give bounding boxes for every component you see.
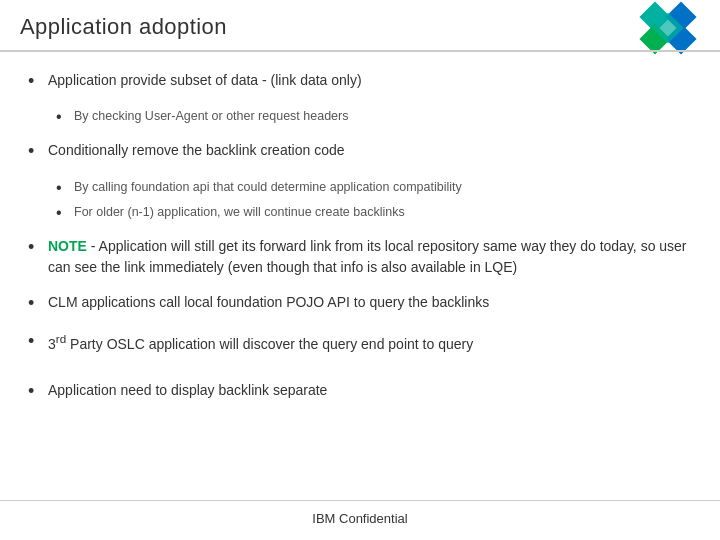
superscript: rd — [56, 332, 66, 345]
bullet-text-4: CLM applications call local foundation P… — [48, 292, 489, 313]
bullet-icon: • — [28, 236, 44, 259]
sub-bullet-text-2-2: For older (n-1) application, we will con… — [74, 203, 405, 221]
text-suffix: Party OSLC application will discover the… — [66, 335, 473, 351]
sub-bullet-icon: • — [56, 178, 70, 199]
bullet-text-6: Application need to display backlink sep… — [48, 380, 327, 401]
list-item: • Application need to display backlink s… — [28, 380, 692, 403]
sub-bullet-icon: • — [56, 107, 70, 128]
bullet-text-3: NOTE - Application will still get its fo… — [48, 236, 692, 278]
bullet-icon: • — [28, 330, 44, 353]
note-label: NOTE — [48, 238, 87, 254]
bullet-group-3: • NOTE - Application will still get its … — [28, 236, 692, 278]
list-item: • Conditionally remove the backlink crea… — [28, 140, 692, 163]
sub-bullet-icon: • — [56, 203, 70, 224]
list-item: • NOTE - Application will still get its … — [28, 236, 692, 278]
bullet-group-5: • 3rd Party OSLC application will discov… — [28, 330, 692, 355]
page-title: Application adoption — [20, 14, 700, 40]
sub-bullet-text-1-1: By checking User-Agent or other request … — [74, 107, 348, 125]
bullet-icon: • — [28, 292, 44, 315]
slide-footer: IBM Confidential — [0, 500, 720, 526]
content-area: • Application provide subset of data - (… — [0, 52, 720, 428]
list-item: • For older (n-1) application, we will c… — [56, 203, 692, 224]
list-item: • CLM applications call local foundation… — [28, 292, 692, 315]
bullet-icon: • — [28, 140, 44, 163]
list-item: • By calling foundation api that could d… — [56, 178, 692, 199]
bullet-text-1: Application provide subset of data - (li… — [48, 70, 362, 91]
slide: Application adoption • Application provi… — [0, 0, 720, 540]
bullet-text-5: 3rd Party OSLC application will discover… — [48, 330, 473, 355]
list-item: • Application provide subset of data - (… — [28, 70, 692, 93]
spacer — [28, 368, 692, 380]
note-text: Application will still get its forward l… — [48, 238, 687, 275]
bullet-group-6: • Application need to display backlink s… — [28, 380, 692, 403]
bullet-icon: • — [28, 70, 44, 93]
bullet-group-2: • Conditionally remove the backlink crea… — [28, 140, 692, 224]
list-item: • By checking User-Agent or other reques… — [56, 107, 692, 128]
note-separator: - — [87, 238, 99, 254]
bullet-icon: • — [28, 380, 44, 403]
list-item: • 3rd Party OSLC application will discov… — [28, 330, 692, 355]
bullet-text-2: Conditionally remove the backlink creati… — [48, 140, 345, 161]
bullet-group-1: • Application provide subset of data - (… — [28, 70, 692, 128]
sub-bullet-text-2-1: By calling foundation api that could det… — [74, 178, 462, 196]
text-prefix: 3 — [48, 335, 56, 351]
footer-label: IBM Confidential — [312, 511, 407, 526]
bullet-group-4: • CLM applications call local foundation… — [28, 292, 692, 315]
slide-header: Application adoption — [0, 0, 720, 52]
